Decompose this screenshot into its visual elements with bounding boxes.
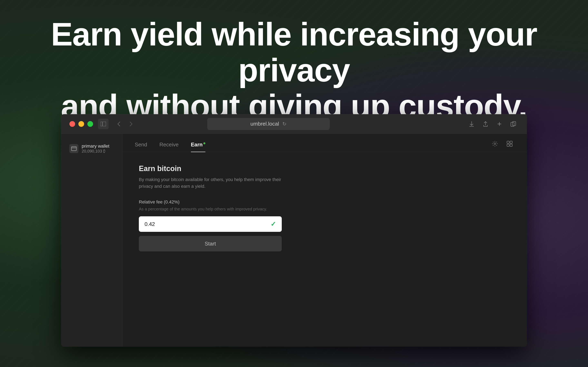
tabs-bar: Send Receive Earn	[122, 134, 527, 152]
svg-rect-8	[507, 144, 509, 146]
tab-send[interactable]: Send	[135, 142, 147, 152]
settings-button[interactable]	[490, 139, 500, 149]
fee-label: Relative fee (0.42%)	[139, 200, 510, 205]
grid-view-button[interactable]	[505, 139, 515, 149]
wallet-icon	[69, 144, 78, 153]
svg-point-5	[494, 143, 496, 145]
url-text: umbrel.local	[251, 121, 279, 127]
checkmark-icon: ✓	[270, 220, 276, 228]
back-button[interactable]	[113, 119, 124, 129]
wallet-balance: 20,090,103 ₿	[82, 149, 109, 154]
fee-input[interactable]	[145, 221, 270, 227]
download-button[interactable]	[466, 119, 477, 129]
tab-receive[interactable]: Receive	[159, 142, 179, 152]
start-button-label: Start	[205, 241, 216, 247]
forward-button[interactable]	[126, 119, 136, 129]
earn-page-title: Earn bitcoin	[139, 164, 510, 173]
nav-buttons	[113, 119, 136, 129]
earn-active-dot	[203, 142, 205, 144]
fee-helper-text: As a percentage of the amounts you help …	[139, 207, 510, 211]
tab-earn[interactable]: Earn	[191, 142, 206, 152]
share-button[interactable]	[480, 119, 491, 129]
tab-receive-label: Receive	[159, 142, 179, 148]
wallet-name: primary wallet	[82, 143, 109, 149]
hero-section: Earn yield while increasing your privacy…	[0, 16, 588, 124]
browser-content: primary wallet 20,090,103 ₿ Send Receive…	[61, 134, 527, 347]
svg-rect-7	[510, 141, 512, 143]
sidebar: primary wallet 20,090,103 ₿	[61, 134, 122, 347]
page-content: Earn bitcoin By making your bitcoin avai…	[122, 152, 527, 347]
tabs-right-actions	[490, 139, 515, 152]
hero-title-line1: Earn yield while increasing your privacy	[51, 16, 537, 88]
traffic-light-yellow[interactable]	[78, 121, 84, 127]
wallet-info: primary wallet 20,090,103 ₿	[82, 143, 109, 154]
earn-description: By making your bitcoin available for oth…	[139, 176, 282, 190]
wallet-item[interactable]: primary wallet 20,090,103 ₿	[66, 140, 117, 157]
svg-rect-6	[507, 141, 509, 143]
traffic-light-red[interactable]	[69, 121, 75, 127]
tabs-overview-button[interactable]	[508, 119, 519, 129]
svg-rect-4	[71, 147, 76, 151]
browser-titlebar: umbrel.local ↻	[61, 114, 527, 134]
new-tab-button[interactable]	[494, 119, 505, 129]
svg-rect-0	[101, 122, 106, 126]
browser-actions	[466, 119, 519, 129]
traffic-lights	[69, 121, 93, 127]
address-bar[interactable]: umbrel.local ↻	[207, 118, 330, 130]
start-button[interactable]: Start	[139, 236, 282, 251]
tab-send-label: Send	[135, 142, 147, 148]
svg-rect-9	[510, 144, 512, 146]
fee-input-row: ✓	[139, 216, 282, 232]
traffic-light-green[interactable]	[87, 121, 93, 127]
reload-button[interactable]: ↻	[282, 121, 286, 127]
tab-earn-label: Earn	[191, 142, 203, 148]
browser-window: umbrel.local ↻	[61, 114, 527, 347]
sidebar-toggle-button[interactable]	[98, 119, 109, 129]
hero-title: Earn yield while increasing your privacy…	[41, 16, 547, 124]
main-area: Send Receive Earn	[122, 134, 527, 347]
